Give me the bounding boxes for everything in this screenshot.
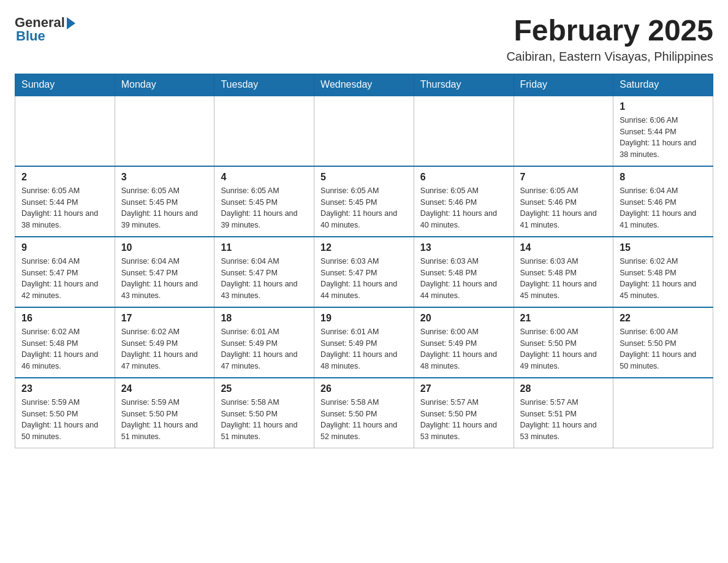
calendar-week-row: 23Sunrise: 5:59 AMSunset: 5:50 PMDayligh… <box>15 378 713 448</box>
calendar-cell: 5Sunrise: 6:05 AMSunset: 5:45 PMDaylight… <box>314 166 414 237</box>
month-title: February 2025 <box>506 15 713 47</box>
day-number: 25 <box>221 383 308 394</box>
calendar-cell: 17Sunrise: 6:02 AMSunset: 5:49 PMDayligh… <box>115 307 214 378</box>
calendar-table: SundayMondayTuesdayWednesdayThursdayFrid… <box>15 74 713 448</box>
day-info: Sunrise: 6:03 AMSunset: 5:47 PMDaylight:… <box>320 256 408 302</box>
weekday-header-thursday: Thursday <box>414 74 514 96</box>
day-number: 8 <box>620 172 707 183</box>
day-info: Sunrise: 6:04 AMSunset: 5:46 PMDaylight:… <box>620 185 707 231</box>
calendar-cell: 2Sunrise: 6:05 AMSunset: 5:44 PMDaylight… <box>15 166 115 237</box>
calendar-week-row: 9Sunrise: 6:04 AMSunset: 5:47 PMDaylight… <box>15 237 713 307</box>
calendar-cell: 26Sunrise: 5:58 AMSunset: 5:50 PMDayligh… <box>314 378 414 448</box>
day-number: 16 <box>21 313 108 324</box>
calendar-cell: 25Sunrise: 5:58 AMSunset: 5:50 PMDayligh… <box>214 378 314 448</box>
weekday-header-saturday: Saturday <box>613 74 713 96</box>
day-info: Sunrise: 6:00 AMSunset: 5:49 PMDaylight:… <box>420 326 507 372</box>
day-number: 28 <box>520 383 607 394</box>
day-info: Sunrise: 6:05 AMSunset: 5:46 PMDaylight:… <box>520 185 607 231</box>
day-info: Sunrise: 6:04 AMSunset: 5:47 PMDaylight:… <box>121 256 208 302</box>
day-info: Sunrise: 5:58 AMSunset: 5:50 PMDaylight:… <box>320 397 408 443</box>
day-number: 2 <box>21 172 108 183</box>
calendar-cell: 13Sunrise: 6:03 AMSunset: 5:48 PMDayligh… <box>414 237 514 307</box>
day-number: 4 <box>221 172 308 183</box>
calendar-cell: 27Sunrise: 5:57 AMSunset: 5:50 PMDayligh… <box>414 378 514 448</box>
day-number: 15 <box>620 242 707 253</box>
location-title: Caibiran, Eastern Visayas, Philippines <box>506 50 713 64</box>
calendar-cell <box>414 96 514 166</box>
title-section: February 2025 Caibiran, Eastern Visayas,… <box>506 15 713 64</box>
day-number: 5 <box>320 172 408 183</box>
day-info: Sunrise: 6:02 AMSunset: 5:48 PMDaylight:… <box>21 326 108 372</box>
day-number: 6 <box>420 172 507 183</box>
calendar-cell <box>613 378 713 448</box>
calendar-cell: 10Sunrise: 6:04 AMSunset: 5:47 PMDayligh… <box>115 237 214 307</box>
day-info: Sunrise: 5:59 AMSunset: 5:50 PMDaylight:… <box>21 397 108 443</box>
day-info: Sunrise: 6:03 AMSunset: 5:48 PMDaylight:… <box>520 256 607 302</box>
day-info: Sunrise: 6:05 AMSunset: 5:44 PMDaylight:… <box>21 185 108 231</box>
weekday-header-monday: Monday <box>115 74 214 96</box>
day-info: Sunrise: 6:05 AMSunset: 5:45 PMDaylight:… <box>320 185 408 231</box>
page-header: General Blue February 2025 Caibiran, Eas… <box>15 15 713 64</box>
logo-arrow-icon <box>67 17 75 29</box>
calendar-week-row: 1Sunrise: 6:06 AMSunset: 5:44 PMDaylight… <box>15 96 713 166</box>
weekday-header-sunday: Sunday <box>15 74 115 96</box>
day-number: 26 <box>320 383 408 394</box>
calendar-cell: 24Sunrise: 5:59 AMSunset: 5:50 PMDayligh… <box>115 378 214 448</box>
day-info: Sunrise: 6:04 AMSunset: 5:47 PMDaylight:… <box>221 256 308 302</box>
day-number: 19 <box>320 313 408 324</box>
calendar-cell: 21Sunrise: 6:00 AMSunset: 5:50 PMDayligh… <box>514 307 613 378</box>
day-info: Sunrise: 6:05 AMSunset: 5:45 PMDaylight:… <box>121 185 208 231</box>
day-number: 27 <box>420 383 507 394</box>
calendar-cell <box>214 96 314 166</box>
day-info: Sunrise: 6:01 AMSunset: 5:49 PMDaylight:… <box>320 326 408 372</box>
calendar-cell: 11Sunrise: 6:04 AMSunset: 5:47 PMDayligh… <box>214 237 314 307</box>
calendar-cell: 1Sunrise: 6:06 AMSunset: 5:44 PMDaylight… <box>613 96 713 166</box>
calendar-cell: 28Sunrise: 5:57 AMSunset: 5:51 PMDayligh… <box>514 378 613 448</box>
day-info: Sunrise: 5:57 AMSunset: 5:50 PMDaylight:… <box>420 397 507 443</box>
day-number: 23 <box>21 383 108 394</box>
calendar-cell: 7Sunrise: 6:05 AMSunset: 5:46 PMDaylight… <box>514 166 613 237</box>
day-number: 9 <box>21 242 108 253</box>
day-number: 13 <box>420 242 507 253</box>
calendar-cell: 6Sunrise: 6:05 AMSunset: 5:46 PMDaylight… <box>414 166 514 237</box>
day-info: Sunrise: 6:02 AMSunset: 5:49 PMDaylight:… <box>121 326 208 372</box>
day-number: 21 <box>520 313 607 324</box>
weekday-header-wednesday: Wednesday <box>314 74 414 96</box>
calendar-week-row: 2Sunrise: 6:05 AMSunset: 5:44 PMDaylight… <box>15 166 713 237</box>
day-info: Sunrise: 6:06 AMSunset: 5:44 PMDaylight:… <box>620 115 707 161</box>
logo-blue-text: Blue <box>15 28 45 44</box>
calendar-cell: 20Sunrise: 6:00 AMSunset: 5:49 PMDayligh… <box>414 307 514 378</box>
calendar-cell: 4Sunrise: 6:05 AMSunset: 5:45 PMDaylight… <box>214 166 314 237</box>
day-number: 20 <box>420 313 507 324</box>
calendar-cell <box>314 96 414 166</box>
day-info: Sunrise: 5:59 AMSunset: 5:50 PMDaylight:… <box>121 397 208 443</box>
day-info: Sunrise: 6:02 AMSunset: 5:48 PMDaylight:… <box>620 256 707 302</box>
logo: General Blue <box>15 15 75 44</box>
day-number: 11 <box>221 242 308 253</box>
day-number: 1 <box>620 101 707 112</box>
day-info: Sunrise: 6:00 AMSunset: 5:50 PMDaylight:… <box>520 326 607 372</box>
day-number: 18 <box>221 313 308 324</box>
day-number: 22 <box>620 313 707 324</box>
day-number: 14 <box>520 242 607 253</box>
calendar-cell <box>514 96 613 166</box>
calendar-cell: 9Sunrise: 6:04 AMSunset: 5:47 PMDaylight… <box>15 237 115 307</box>
day-info: Sunrise: 6:05 AMSunset: 5:46 PMDaylight:… <box>420 185 507 231</box>
calendar-cell: 23Sunrise: 5:59 AMSunset: 5:50 PMDayligh… <box>15 378 115 448</box>
day-number: 12 <box>320 242 408 253</box>
calendar-cell: 8Sunrise: 6:04 AMSunset: 5:46 PMDaylight… <box>613 166 713 237</box>
weekday-header-friday: Friday <box>514 74 613 96</box>
calendar-cell: 16Sunrise: 6:02 AMSunset: 5:48 PMDayligh… <box>15 307 115 378</box>
day-number: 10 <box>121 242 208 253</box>
day-info: Sunrise: 5:58 AMSunset: 5:50 PMDaylight:… <box>221 397 308 443</box>
calendar-cell: 22Sunrise: 6:00 AMSunset: 5:50 PMDayligh… <box>613 307 713 378</box>
calendar-week-row: 16Sunrise: 6:02 AMSunset: 5:48 PMDayligh… <box>15 307 713 378</box>
calendar-header-row: SundayMondayTuesdayWednesdayThursdayFrid… <box>15 74 713 96</box>
calendar-cell: 14Sunrise: 6:03 AMSunset: 5:48 PMDayligh… <box>514 237 613 307</box>
day-info: Sunrise: 6:04 AMSunset: 5:47 PMDaylight:… <box>21 256 108 302</box>
calendar-cell <box>115 96 214 166</box>
day-info: Sunrise: 6:01 AMSunset: 5:49 PMDaylight:… <box>221 326 308 372</box>
calendar-cell: 18Sunrise: 6:01 AMSunset: 5:49 PMDayligh… <box>214 307 314 378</box>
calendar-cell: 3Sunrise: 6:05 AMSunset: 5:45 PMDaylight… <box>115 166 214 237</box>
day-info: Sunrise: 6:03 AMSunset: 5:48 PMDaylight:… <box>420 256 507 302</box>
